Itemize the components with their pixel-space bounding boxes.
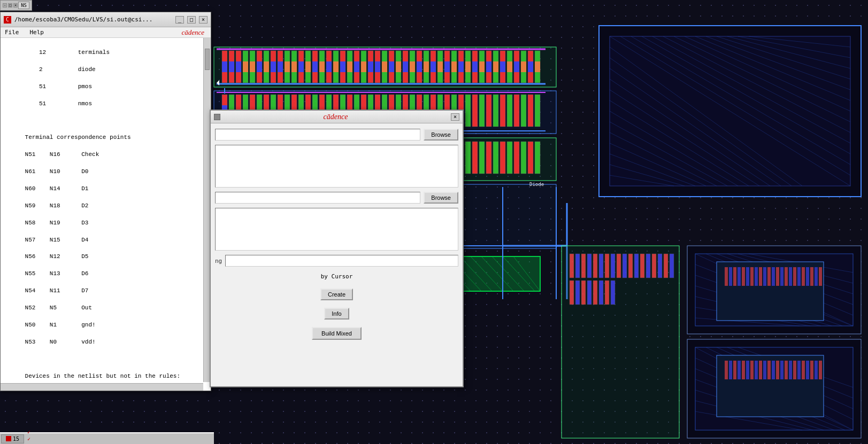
close-icon[interactable]: × [13, 3, 18, 7]
build-mixed-button[interactable]: Build Mixed [312, 327, 362, 340]
window-app-icon: C [4, 16, 11, 24]
svg-rect-316 [815, 267, 818, 286]
minimize-icon[interactable]: - [3, 3, 7, 7]
svg-rect-23 [298, 51, 304, 83]
svg-rect-256 [581, 254, 586, 278]
svg-rect-278 [605, 281, 609, 305]
svg-rect-348 [793, 361, 796, 379]
text-line-9: N59 N18 D2 [25, 202, 89, 209]
taskbar: 15 ✓ ✓ ✓ [0, 432, 214, 444]
svg-rect-255 [575, 254, 580, 278]
svg-rect-76 [479, 61, 485, 72]
svg-rect-43 [368, 51, 373, 83]
browse-input-1[interactable] [215, 129, 420, 141]
dialog-app-icon [214, 114, 220, 120]
taskbar-item-1[interactable]: 15 [1, 434, 24, 443]
svg-line-229 [642, 36, 850, 154]
svg-rect-264 [628, 254, 633, 278]
svg-rect-275 [587, 281, 592, 305]
svg-line-241 [610, 58, 792, 186]
svg-rect-260 [605, 254, 609, 278]
svg-rect-186 [500, 142, 505, 174]
svg-rect-257 [587, 254, 592, 278]
window-controls: - □ × [3, 3, 18, 7]
svg-rect-19 [285, 51, 290, 83]
svg-rect-81 [500, 51, 505, 83]
check-icon-2: ✓ [27, 436, 30, 442]
window-menubar: File Help cādence [1, 27, 211, 38]
svg-line-252 [610, 175, 674, 186]
svg-rect-345 [780, 361, 783, 379]
window-minimize-btn[interactable]: _ [175, 16, 184, 24]
svg-rect-27 [312, 51, 318, 83]
browse-input-2[interactable] [215, 192, 420, 204]
svg-line-236 [717, 36, 850, 79]
svg-line-232 [674, 36, 850, 122]
svg-rect-58 [417, 61, 422, 72]
svg-rect-342 [767, 361, 771, 379]
svg-rect-352 [810, 361, 813, 379]
svg-rect-140 [521, 95, 526, 127]
svg-rect-45 [375, 51, 380, 83]
svg-rect-21 [291, 51, 297, 83]
svg-rect-302 [755, 267, 758, 286]
create-button[interactable]: Create [320, 289, 353, 300]
menu-file[interactable]: File [3, 29, 21, 36]
browse-button-1[interactable]: Browse [424, 129, 458, 141]
svg-rect-29 [319, 51, 325, 83]
svg-rect-68 [451, 61, 457, 72]
indicator-2: ✓ [27, 436, 30, 442]
dialog-close-btn[interactable]: × [451, 113, 459, 121]
svg-rect-281 [695, 254, 853, 326]
text-area-2[interactable] [215, 208, 458, 251]
svg-rect-48 [382, 61, 387, 72]
svg-rect-315 [810, 267, 813, 286]
svg-rect-75 [479, 51, 485, 83]
window-close-btn[interactable]: × [199, 16, 208, 24]
svg-rect-25 [305, 51, 311, 83]
svg-line-330 [695, 411, 802, 430]
svg-rect-189 [521, 142, 526, 174]
svg-rect-336 [742, 361, 745, 379]
text-line-7: N61 N10 D0 [25, 168, 89, 175]
ns-button[interactable]: NS [18, 2, 29, 9]
window-maximize-btn[interactable]: □ [187, 16, 196, 24]
ng-input[interactable] [225, 255, 458, 267]
maximize-icon[interactable]: □ [8, 3, 12, 7]
svg-line-247 [610, 122, 727, 186]
svg-line-291 [695, 297, 821, 326]
svg-rect-259 [599, 254, 603, 278]
svg-line-284 [717, 254, 853, 305]
svg-rect-40 [354, 61, 359, 72]
text-line-4: 51 nmos [25, 100, 92, 107]
menu-help[interactable]: Help [28, 29, 47, 36]
svg-line-215 [492, 256, 524, 291]
scrollbar-thumb[interactable] [205, 49, 210, 70]
text-line-12: N56 N12 D5 [25, 253, 89, 260]
svg-rect-35 [340, 51, 345, 83]
svg-rect-339 [755, 361, 758, 379]
svg-rect-343 [772, 361, 775, 379]
svg-line-242 [610, 68, 781, 186]
svg-rect-262 [617, 254, 621, 278]
svg-line-286 [738, 254, 853, 283]
svg-line-214 [481, 256, 513, 291]
svg-line-227 [620, 36, 850, 175]
text-line-8: N60 N14 D1 [25, 185, 89, 192]
svg-rect-306 [772, 267, 775, 286]
svg-rect-334 [733, 361, 736, 379]
svg-rect-295 [725, 267, 728, 286]
dialog-cadence-logo: cādence [224, 113, 448, 121]
svg-rect-134 [479, 95, 485, 127]
info-button[interactable]: Info [324, 308, 349, 320]
svg-rect-9 [250, 51, 255, 83]
svg-rect-267 [646, 254, 650, 278]
text-area-1[interactable] [215, 145, 458, 188]
horizontal-scrollbar[interactable] [1, 383, 203, 391]
svg-line-239 [749, 36, 850, 47]
svg-rect-331 [717, 355, 824, 417]
browse-button-2[interactable]: Browse [424, 192, 458, 204]
svg-rect-6 [236, 61, 241, 72]
text-line-16: N50 N1 gnd! [25, 322, 96, 328]
text-line-13: N55 N13 D6 [25, 270, 89, 277]
